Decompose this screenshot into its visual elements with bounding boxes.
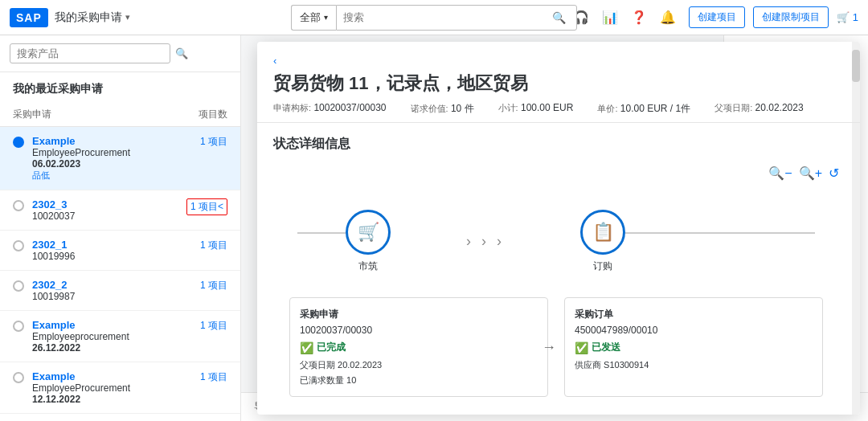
sidebar-item-content-2: 2302_3 10020037 — [32, 198, 180, 222]
flow-label-cart: 市筑 — [358, 260, 378, 273]
sidebar-item-count-4: 1 项目 — [200, 279, 227, 292]
sidebar-item-name-5: Example — [32, 319, 194, 331]
sidebar-item-5[interactable]: Example Employeeprocurement 26.12.2022 1… — [0, 311, 240, 362]
po-meta-value: S10300914 — [604, 360, 649, 370]
header-chevron-icon[interactable]: ▾ — [125, 12, 130, 22]
zoom-reset-button[interactable]: ↺ — [829, 166, 839, 181]
sidebar-item-name-6: Example — [32, 370, 194, 382]
modal-meta-3: 单价: 10.00 EUR / 1件 — [597, 102, 690, 116]
sidebar-radio-3 — [13, 240, 24, 251]
sidebar-item-name-1: Example — [32, 135, 194, 147]
sidebar-item-count-5: 1 项目 — [200, 319, 227, 333]
po-card-number: 4500047989/00010 — [575, 325, 813, 336]
modal-meta-value-0: 10020037/00030 — [313, 102, 386, 113]
sidebar-item-count-1: 1 项目 — [200, 135, 227, 149]
search-icon: 🔍 — [552, 11, 566, 24]
sidebar-search-area: 🔍 — [0, 35, 240, 72]
sidebar-item-date-6: 12.12.2022 — [32, 394, 194, 405]
card-arrow-icon: → — [542, 339, 556, 356]
pr-card-number: 10020037/00030 — [300, 325, 538, 336]
content-area: 无数据 编辑 采购员: (1010) Purch. Org. 1010 (101… — [241, 35, 868, 421]
sidebar-item-4[interactable]: 2302_2 10019987 1 项目 — [0, 271, 240, 311]
sidebar-item-content-1: Example EmployeeProcurement 06.02.2023 品… — [32, 135, 194, 182]
pr-status-badge: ✅ 已完成 — [300, 341, 538, 354]
sidebar-item-date-1: 06.02.2023 — [32, 158, 194, 170]
search-scope-selector[interactable]: 全部 ▾ — [291, 5, 336, 31]
sidebar-radio-2 — [13, 200, 24, 211]
modal-meta-value-3: 10.00 EUR / 1件 — [620, 103, 690, 114]
sidebar-item-sub-3: 10019996 — [32, 251, 194, 262]
sidebar-item-count-6: 1 项目 — [200, 370, 227, 384]
search-scope-label: 全部 — [300, 10, 321, 25]
status-card-po: 采购订单 4500047989/00010 ✅ 已发送 供应商 S1030091… — [564, 297, 823, 397]
po-status-text: 已发送 — [592, 341, 620, 354]
item-detail-modal: ‹ 贸易货物 11，记录点，地区贸易 申请构标: 10020037/00030 … — [257, 42, 860, 415]
sidebar-item-link-1[interactable]: 品低 — [32, 170, 194, 182]
sidebar-item-name-3: 2302_1 — [32, 239, 194, 251]
modal-meta-label-1: 诺求价值: — [411, 104, 448, 113]
status-cards: 采购申请 10020037/00030 ✅ 已完成 父项日期 20.02.202… — [273, 297, 839, 397]
sidebar-item-content-6: Example EmployeeProcurement 12.12.2022 — [32, 370, 194, 405]
modal-back-button[interactable]: ‹ — [273, 55, 844, 67]
sidebar-item-sub-1: EmployeeProcurement — [32, 147, 194, 158]
pr-meta-value-2: 10 — [346, 375, 356, 385]
search-input-wrap: 🔍 — [336, 5, 577, 31]
pr-meta-1: 父项日期 20.02.2023 — [300, 359, 538, 371]
sidebar-item-date-5: 26.12.2022 — [32, 342, 194, 354]
modal-meta-value-1: 10 件 — [451, 103, 474, 114]
modal-meta-4: 父项日期: 20.02.2023 — [714, 102, 803, 116]
modal-meta-label-4: 父项日期: — [714, 103, 752, 112]
modal-meta-1: 诺求价值: 10 件 — [411, 102, 474, 116]
modal-title: 贸易货物 11，记录点，地区贸易 — [273, 72, 844, 96]
modal-meta-label-2: 小计: — [498, 103, 518, 112]
create-item-button[interactable]: 创建项目 — [689, 6, 745, 28]
flow-circle-order: 📋 — [580, 210, 625, 255]
flow-label-order: 订购 — [593, 260, 612, 273]
modal-meta-2: 小计: 100.00 EUR — [498, 102, 574, 116]
sidebar-radio-4 — [13, 280, 24, 292]
app-header: SAP 我的采购申请 ▾ 全部 ▾ 🔍 👤 🎧 📊 ❓ 🔔 创建项目 创建限制项… — [0, 0, 868, 35]
sidebar-radio-1 — [13, 137, 24, 148]
modal-meta-label-0: 申请构标: — [273, 103, 311, 112]
po-card-title: 采购订单 — [575, 308, 813, 321]
po-status-badge: ✅ 已发送 — [575, 341, 813, 354]
help-icon[interactable]: ❓ — [631, 10, 647, 25]
sidebar-item-6[interactable]: Example EmployeeProcurement 12.12.2022 1… — [0, 362, 240, 414]
modal-meta-0: 申请构标: 10020037/00030 — [273, 102, 387, 116]
product-search-icon: 🔍 — [175, 47, 188, 59]
sidebar-item-name-2: 2302_3 — [32, 198, 180, 210]
search-input[interactable] — [343, 11, 552, 23]
flow-node-cart: 🛒 市筑 — [346, 210, 391, 273]
cart-button[interactable]: 🛒 1 — [837, 11, 858, 23]
flow-line-left — [297, 232, 346, 234]
sidebar-col2-header: 项目数 — [199, 108, 227, 121]
sidebar-item-count-3: 1 项目 — [200, 239, 227, 252]
sidebar-section-title: 我的最近采购申请 — [0, 72, 240, 103]
notification-icon[interactable]: 🔔 — [660, 10, 676, 25]
chart-icon[interactable]: 📊 — [602, 10, 618, 25]
zoom-out-button[interactable]: 🔍− — [768, 166, 792, 181]
sidebar-item-name-4: 2302_2 — [32, 279, 194, 291]
sidebar-item-1[interactable]: Example EmployeeProcurement 06.02.2023 品… — [0, 127, 240, 190]
modal-meta-value-2: 100.00 EUR — [521, 102, 573, 113]
po-meta-1: 供应商 S10300914 — [575, 359, 813, 371]
flow-diagram: 🛒 市筑 › › › 📋 订购 — [273, 194, 839, 289]
sidebar-item-count-2: 1 项目< — [186, 198, 227, 215]
modal-header: ‹ 贸易货物 11，记录点，地区贸易 申请构标: 10020037/00030 … — [257, 42, 860, 123]
sidebar-item-content-3: 2302_1 10019996 — [32, 239, 194, 262]
zoom-in-button[interactable]: 🔍+ — [799, 166, 822, 181]
modal-meta-label-3: 单价: — [597, 104, 617, 113]
product-search-input[interactable] — [10, 43, 170, 63]
pr-card-title: 采购申请 — [300, 308, 538, 321]
sidebar: 🔍 我的最近采购申请 采购申请 项目数 Example EmployeeProc… — [0, 35, 241, 421]
sidebar-item-2[interactable]: 2302_3 10020037 1 项目< — [0, 190, 240, 231]
sidebar-item-3[interactable]: 2302_1 10019996 1 项目 — [0, 231, 240, 271]
main-layout: 🔍 我的最近采购申请 采购申请 项目数 Example EmployeeProc… — [0, 35, 868, 421]
sidebar-radio-6 — [13, 372, 24, 383]
status-section-title: 状态详细信息 — [273, 136, 839, 153]
sidebar-item-sub-5: Employeeprocurement — [32, 331, 194, 342]
sidebar-item-sub-4: 10019987 — [32, 291, 194, 302]
create-limit-button[interactable]: 创建限制项目 — [753, 6, 829, 28]
pr-meta-2: 已满求数量 10 — [300, 374, 538, 386]
sidebar-item-sub-2: 10020037 — [32, 210, 180, 222]
